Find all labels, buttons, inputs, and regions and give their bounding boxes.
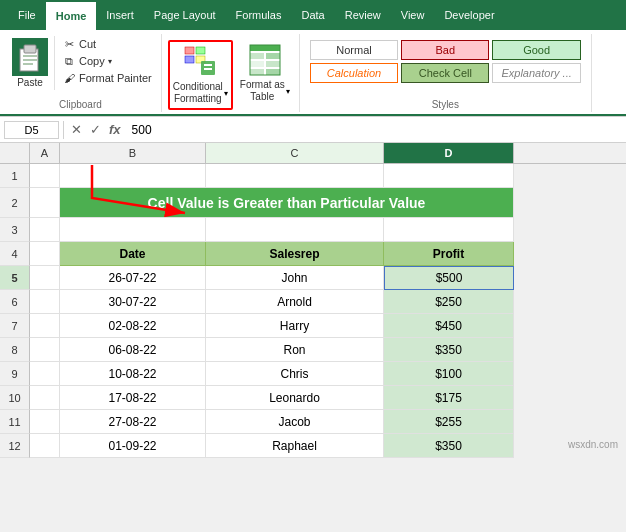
cell-c7[interactable]: Harry xyxy=(206,314,384,338)
col-header-c[interactable]: C xyxy=(206,143,384,163)
tab-insert[interactable]: Insert xyxy=(96,0,144,30)
row-num-2: 2 xyxy=(0,188,30,218)
style-explanatory-cell[interactable]: Explanatory ... xyxy=(492,63,580,83)
cell-b3[interactable] xyxy=(60,218,206,242)
style-normal-cell[interactable]: Normal xyxy=(310,40,398,60)
cell-b12[interactable]: 01-09-22 xyxy=(60,434,206,458)
table-row: Date Salesrep Profit xyxy=(30,242,514,266)
cell-c9[interactable]: Chris xyxy=(206,362,384,386)
cell-a10[interactable] xyxy=(30,386,60,410)
cell-d5[interactable]: $500 xyxy=(384,266,514,290)
table-row: Cell Value is Greater than Particular Va… xyxy=(30,188,514,218)
tab-view[interactable]: View xyxy=(391,0,435,30)
paste-icon xyxy=(12,38,48,76)
cell-d8[interactable]: $350 xyxy=(384,338,514,362)
cell-a7[interactable] xyxy=(30,314,60,338)
cell-d6[interactable]: $250 xyxy=(384,290,514,314)
cell-d1[interactable] xyxy=(384,164,514,188)
cf-group: ConditionalFormatting ▾ xyxy=(162,34,300,112)
style-bad-cell[interactable]: Bad xyxy=(401,40,489,60)
insert-function-button[interactable]: fx xyxy=(106,122,124,137)
tab-formulas[interactable]: Formulas xyxy=(226,0,292,30)
svg-rect-17 xyxy=(250,69,264,75)
cell-b10[interactable]: 17-08-22 xyxy=(60,386,206,410)
header-salesrep[interactable]: Salesrep xyxy=(206,242,384,266)
cell-d7[interactable]: $450 xyxy=(384,314,514,338)
grid: Cell Value is Greater than Particular Va… xyxy=(30,164,514,458)
style-check-cell[interactable]: Check Cell xyxy=(401,63,489,83)
col-header-a[interactable]: A xyxy=(30,143,60,163)
cell-c3[interactable] xyxy=(206,218,384,242)
copy-dropdown-icon[interactable]: ▾ xyxy=(108,57,112,66)
cell-c1[interactable] xyxy=(206,164,384,188)
cell-d3[interactable] xyxy=(384,218,514,242)
table-row: 10-08-22 Chris $100 xyxy=(30,362,514,386)
format-painter-button[interactable]: 🖌 Format Painter xyxy=(59,70,155,86)
formula-action-buttons: ✕ ✓ fx xyxy=(68,122,124,137)
style-calculation-cell[interactable]: Calculation xyxy=(310,63,398,83)
cell-a1[interactable] xyxy=(30,164,60,188)
cancel-formula-button[interactable]: ✕ xyxy=(68,122,85,137)
styles-grid: Normal Bad Good Calculation Check Cell E… xyxy=(306,36,585,87)
cell-a11[interactable] xyxy=(30,410,60,434)
formula-divider xyxy=(63,121,64,139)
cell-b8[interactable]: 06-08-22 xyxy=(60,338,206,362)
cell-a8[interactable] xyxy=(30,338,60,362)
column-headers: A B C D xyxy=(0,143,626,164)
tab-data[interactable]: Data xyxy=(291,0,334,30)
cell-a5[interactable] xyxy=(30,266,60,290)
cell-d10[interactable]: $175 xyxy=(384,386,514,410)
cell-b9[interactable]: 10-08-22 xyxy=(60,362,206,386)
cell-a3[interactable] xyxy=(30,218,60,242)
paste-button[interactable]: Paste xyxy=(6,36,55,90)
cell-c8[interactable]: Ron xyxy=(206,338,384,362)
cf-dropdown-icon[interactable]: ▾ xyxy=(224,89,228,98)
cell-c11[interactable]: Jacob xyxy=(206,410,384,434)
tab-review[interactable]: Review xyxy=(335,0,391,30)
cell-b7[interactable]: 02-08-22 xyxy=(60,314,206,338)
tab-page-layout[interactable]: Page Layout xyxy=(144,0,226,30)
format-table-dropdown-icon[interactable]: ▾ xyxy=(286,87,290,96)
cell-d9[interactable]: $100 xyxy=(384,362,514,386)
cell-c10[interactable]: Leonardo xyxy=(206,386,384,410)
cell-b1[interactable] xyxy=(60,164,206,188)
format-table-label-row: Format asTable ▾ xyxy=(240,79,290,103)
clipboard-side-buttons: ✂ Cut ⧉ Copy ▾ 🖌 Format Painter xyxy=(59,36,155,86)
tab-file[interactable]: File xyxy=(8,0,46,30)
conditional-formatting-button[interactable]: ConditionalFormatting ▾ xyxy=(168,40,233,110)
col-header-d[interactable]: D xyxy=(384,143,514,163)
cell-reference-box[interactable] xyxy=(4,121,59,139)
corner-cell xyxy=(0,143,30,163)
clipboard-group-label: Clipboard xyxy=(59,97,102,110)
cell-b6[interactable]: 30-07-22 xyxy=(60,290,206,314)
tab-developer[interactable]: Developer xyxy=(434,0,504,30)
row-numbers: 1 2 3 4 5 6 7 8 9 10 11 12 xyxy=(0,164,30,458)
copy-button[interactable]: ⧉ Copy ▾ xyxy=(59,53,155,69)
style-good-cell[interactable]: Good xyxy=(492,40,580,60)
cell-d12[interactable]: $350 xyxy=(384,434,514,458)
paste-label: Paste xyxy=(17,77,43,88)
cell-c6[interactable]: Arnold xyxy=(206,290,384,314)
cell-a12[interactable] xyxy=(30,434,60,458)
tab-home[interactable]: Home xyxy=(46,0,97,30)
confirm-formula-button[interactable]: ✓ xyxy=(87,122,104,137)
cell-d11[interactable]: $255 xyxy=(384,410,514,434)
cut-button[interactable]: ✂ Cut xyxy=(59,36,155,52)
formula-input[interactable] xyxy=(128,121,622,139)
svg-rect-2 xyxy=(23,55,37,57)
title-cell[interactable]: Cell Value is Greater than Particular Va… xyxy=(60,188,514,218)
cell-a2[interactable] xyxy=(30,188,60,218)
cell-a9[interactable] xyxy=(30,362,60,386)
cell-b11[interactable]: 27-08-22 xyxy=(60,410,206,434)
header-date[interactable]: Date xyxy=(60,242,206,266)
format-as-table-button[interactable]: Format asTable ▾ xyxy=(237,40,293,106)
svg-rect-13 xyxy=(250,53,264,59)
header-profit[interactable]: Profit xyxy=(384,242,514,266)
svg-rect-15 xyxy=(250,61,264,67)
cell-a4[interactable] xyxy=(30,242,60,266)
col-header-b[interactable]: B xyxy=(60,143,206,163)
cell-a6[interactable] xyxy=(30,290,60,314)
cell-b5[interactable]: 26-07-22 xyxy=(60,266,206,290)
cell-c12[interactable]: Raphael xyxy=(206,434,384,458)
cell-c5[interactable]: John xyxy=(206,266,384,290)
